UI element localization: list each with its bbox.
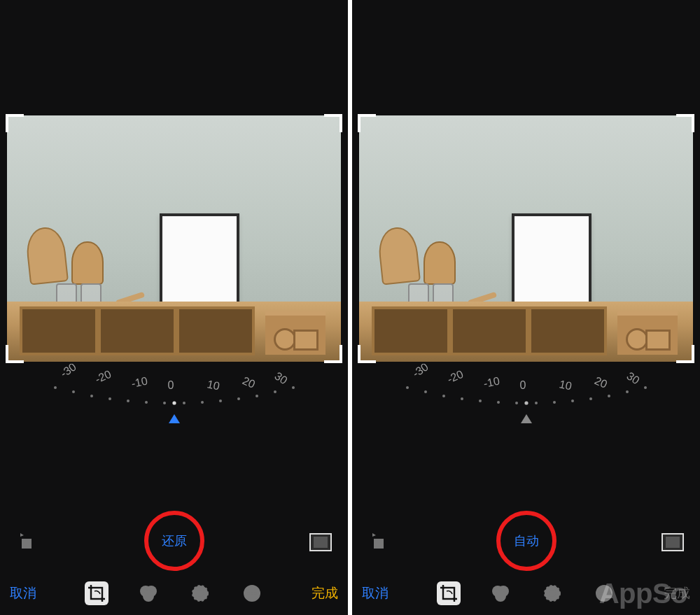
filters-tool-button[interactable] <box>136 581 160 605</box>
svg-point-47 <box>515 402 518 404</box>
svg-text:10: 10 <box>558 378 573 392</box>
svg-point-44 <box>461 397 463 400</box>
cancel-button[interactable]: 取消 <box>362 584 388 602</box>
done-button[interactable]: 完成 <box>664 584 690 602</box>
photo-preview <box>7 115 341 362</box>
svg-point-49 <box>535 402 538 404</box>
svg-point-31 <box>247 592 249 594</box>
center-action-highlight: 还原 <box>144 511 204 571</box>
svg-rect-23 <box>314 537 328 548</box>
svg-text:-20: -20 <box>445 368 465 386</box>
svg-point-14 <box>172 401 176 404</box>
svg-point-19 <box>255 395 258 397</box>
svg-point-11 <box>127 400 130 402</box>
svg-rect-58 <box>443 588 454 599</box>
svg-point-42 <box>424 390 427 393</box>
crop-tool-button[interactable] <box>85 581 108 605</box>
svg-point-50 <box>553 401 556 404</box>
crop-handle-br[interactable] <box>324 345 342 363</box>
svg-point-12 <box>145 401 148 404</box>
crop-handle-br[interactable] <box>676 345 694 363</box>
auto-button[interactable]: 自动 <box>514 532 539 549</box>
svg-text:10: 10 <box>206 378 220 392</box>
svg-text:30: 30 <box>272 369 289 386</box>
svg-point-45 <box>479 400 482 402</box>
svg-point-8 <box>72 390 75 393</box>
svg-point-13 <box>163 402 166 404</box>
svg-point-32 <box>251 592 253 594</box>
aspect-ratio-button[interactable] <box>661 530 685 554</box>
svg-point-48 <box>524 401 528 404</box>
crop-viewport[interactable] <box>7 115 341 362</box>
crop-handle-bl[interactable] <box>358 345 376 363</box>
crop-handle-tl[interactable] <box>6 114 24 132</box>
screen-left: -30 -20 -10 0 10 20 30 还原 <box>0 0 348 615</box>
svg-point-20 <box>274 390 276 393</box>
rotation-dial[interactable]: -30 -20 -10 0 10 20 30 <box>352 364 700 427</box>
bottom-toolbar: 取消 完成 <box>352 572 700 615</box>
dial-marker-icon <box>520 414 533 424</box>
svg-point-15 <box>183 402 186 404</box>
svg-point-63 <box>549 590 556 597</box>
svg-text:-10: -10 <box>482 374 500 389</box>
svg-point-51 <box>571 400 574 402</box>
svg-text:20: 20 <box>240 374 256 390</box>
adjust-tool-button[interactable] <box>540 581 564 605</box>
cancel-button[interactable]: 取消 <box>10 584 36 602</box>
svg-rect-57 <box>666 537 680 548</box>
svg-point-41 <box>406 386 409 389</box>
svg-text:0: 0 <box>167 379 174 391</box>
svg-point-61 <box>495 591 506 602</box>
crop-viewport[interactable] <box>359 115 693 362</box>
rotation-dial[interactable]: -30 -20 -10 0 10 20 30 <box>0 364 348 427</box>
svg-text:0: 0 <box>519 379 526 391</box>
adjust-tool-button[interactable] <box>188 581 212 605</box>
dial-marker-icon <box>168 414 181 424</box>
svg-text:-20: -20 <box>93 368 113 386</box>
svg-text:-30: -30 <box>58 364 78 379</box>
rotate-button[interactable] <box>15 530 39 554</box>
aspect-ratio-button[interactable] <box>309 530 332 554</box>
svg-point-17 <box>219 400 222 402</box>
svg-point-55 <box>644 386 647 389</box>
rotate-button[interactable] <box>368 530 391 554</box>
svg-point-65 <box>599 592 601 594</box>
svg-point-67 <box>606 592 608 594</box>
photo-preview <box>359 115 693 362</box>
more-tool-button[interactable] <box>592 581 616 605</box>
more-tool-button[interactable] <box>240 581 264 605</box>
svg-point-53 <box>608 395 610 397</box>
svg-point-46 <box>497 401 500 404</box>
svg-point-9 <box>90 395 93 397</box>
center-action-highlight: 自动 <box>496 511 556 571</box>
svg-point-21 <box>292 386 295 389</box>
svg-text:-10: -10 <box>130 374 148 389</box>
svg-point-54 <box>626 390 629 393</box>
done-button[interactable]: 完成 <box>312 584 338 602</box>
svg-text:20: 20 <box>592 374 608 390</box>
svg-point-43 <box>442 395 445 397</box>
svg-point-7 <box>54 386 57 389</box>
svg-point-18 <box>237 397 240 400</box>
filters-tool-button[interactable] <box>489 581 512 605</box>
svg-point-66 <box>603 592 605 594</box>
svg-text:-30: -30 <box>410 364 430 379</box>
svg-point-10 <box>108 397 111 400</box>
svg-point-33 <box>254 592 256 594</box>
svg-rect-24 <box>91 588 102 599</box>
screen-right: -30 -20 -10 0 10 20 30 自动 <box>352 0 700 615</box>
svg-point-27 <box>143 591 154 602</box>
reset-button[interactable]: 还原 <box>162 532 187 549</box>
crop-handle-tr[interactable] <box>676 114 694 132</box>
crop-handle-tr[interactable] <box>324 114 342 132</box>
crop-handle-tl[interactable] <box>358 114 376 132</box>
svg-point-52 <box>589 397 592 400</box>
crop-handle-bl[interactable] <box>6 345 24 363</box>
bottom-toolbar: 取消 完成 <box>0 572 348 615</box>
svg-point-16 <box>201 401 204 404</box>
crop-tool-button[interactable] <box>437 581 461 605</box>
svg-text:30: 30 <box>624 369 641 386</box>
svg-point-29 <box>197 590 204 597</box>
